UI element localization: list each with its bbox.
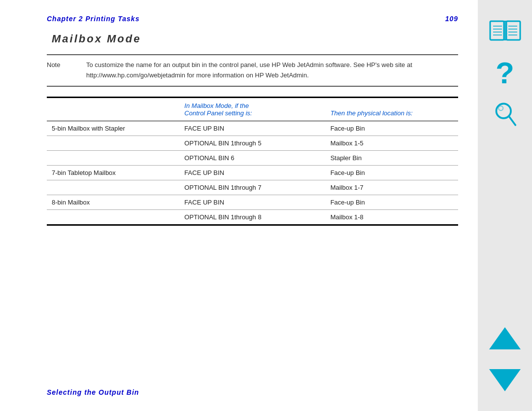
up-arrow-icon (489, 327, 521, 349)
book-icon (489, 17, 521, 44)
table-row: OPTIONAL BIN 1through 5Mailbox 1-5 (47, 136, 458, 150)
magnifier-icon (492, 100, 519, 130)
scroll-up-button[interactable] (487, 322, 524, 354)
setting-cell: FACE UP BIN (179, 121, 325, 136)
chapter-label: Chapter 2 Printing Tasks (47, 15, 139, 23)
footer-link[interactable]: Selecting the Output Bin (47, 388, 139, 396)
device-cell: 5-bin Mailbox with Stapler (47, 121, 179, 136)
table-row: 5-bin Mailbox with StaplerFACE UP BINFac… (47, 121, 458, 136)
note-text: To customize the name for an output bin … (86, 60, 458, 81)
book-button[interactable] (487, 15, 524, 47)
content-area: Chapter 2 Printing Tasks 109 Mailbox Mod… (32, 0, 468, 411)
setting-cell: FACE UP BIN (179, 195, 325, 209)
table-row: OPTIONAL BIN 1through 8Mailbox 1-8 (47, 209, 458, 225)
note-section: Note To customize the name for an output… (47, 54, 458, 87)
location-cell: Mailbox 1-5 (326, 136, 458, 150)
table-row: OPTIONAL BIN 6Stapler Bin (47, 150, 458, 165)
device-cell (47, 150, 179, 165)
table-col3-header: Then the physical location is: (326, 97, 458, 121)
col3-header-text: Then the physical location is: (331, 109, 413, 117)
mailbox-table: In Mailbox Mode, if the Control Panel se… (47, 97, 458, 227)
page-title: Mailbox Mode (52, 33, 458, 45)
page-header: Chapter 2 Printing Tasks 109 (47, 15, 458, 23)
setting-cell: FACE UP BIN (179, 165, 325, 180)
table-col2-header: In Mailbox Mode, if the Control Panel se… (179, 97, 325, 121)
device-cell (47, 180, 179, 195)
question-icon: ? (496, 58, 514, 88)
location-cell: Mailbox 1-7 (326, 180, 458, 195)
page-number: 109 (445, 15, 458, 23)
table-col1-header (47, 97, 179, 121)
device-cell: 8-bin Mailbox (47, 195, 179, 209)
device-cell (47, 209, 179, 225)
col2-header-line1: In Mailbox Mode, if the (184, 102, 249, 109)
device-cell (47, 136, 179, 150)
svg-point-15 (499, 106, 503, 110)
setting-cell: OPTIONAL BIN 6 (179, 150, 325, 165)
location-cell: Mailbox 1-8 (326, 209, 458, 225)
location-cell: Stapler Bin (326, 150, 458, 165)
setting-cell: OPTIONAL BIN 1through 7 (179, 180, 325, 195)
down-arrow-icon (489, 369, 521, 391)
scroll-down-button[interactable] (487, 364, 524, 396)
table-header-row: In Mailbox Mode, if the Control Panel se… (47, 97, 458, 121)
device-cell: 7-bin Tabletop Mailbox (47, 165, 179, 180)
svg-rect-0 (490, 21, 504, 40)
sidebar-icons: ? (478, 0, 532, 411)
search-button[interactable] (487, 99, 524, 131)
location-cell: Face-up Bin (326, 121, 458, 136)
table-row: 7-bin Tabletop MailboxFACE UP BINFace-up… (47, 165, 458, 180)
svg-line-14 (509, 116, 515, 125)
table-footer-row (47, 225, 458, 226)
svg-rect-1 (506, 21, 520, 40)
setting-cell: OPTIONAL BIN 1through 5 (179, 136, 325, 150)
note-label: Note (47, 60, 86, 68)
location-cell: Face-up Bin (326, 165, 458, 180)
table-row: OPTIONAL BIN 1through 7Mailbox 1-7 (47, 180, 458, 195)
setting-cell: OPTIONAL BIN 1through 8 (179, 209, 325, 225)
location-cell: Face-up Bin (326, 195, 458, 209)
table-row: 8-bin MailboxFACE UP BINFace-up Bin (47, 195, 458, 209)
col2-header-line2: Control Panel setting is: (184, 109, 252, 117)
help-button[interactable]: ? (487, 57, 524, 89)
